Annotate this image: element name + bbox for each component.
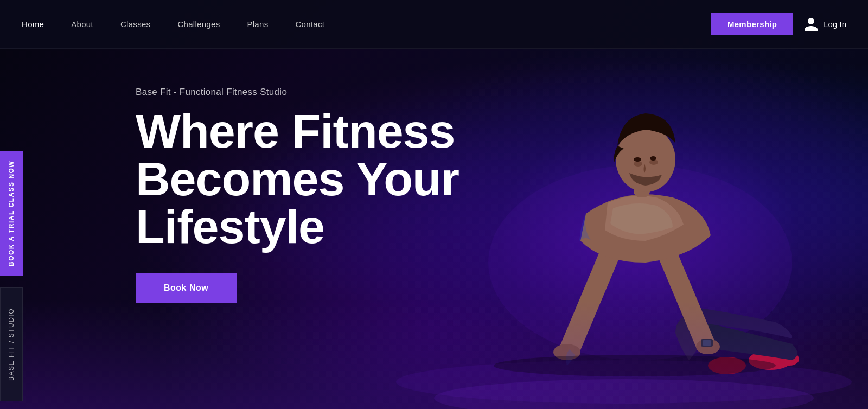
login-area[interactable]: Log In: [803, 16, 846, 33]
nav-classes[interactable]: Classes: [120, 20, 150, 29]
nav-contact[interactable]: Contact: [295, 20, 324, 29]
hero-title-line3: Lifestyle: [136, 200, 324, 253]
trial-class-tab[interactable]: Book a trial Class Now: [0, 151, 23, 276]
svg-point-17: [494, 355, 776, 376]
trial-class-label: Book a trial Class Now: [8, 160, 15, 266]
book-now-button[interactable]: Book Now: [136, 273, 237, 303]
account-icon: [803, 16, 819, 33]
login-text[interactable]: Log In: [824, 20, 846, 29]
hero-content: Base Fit - Functional Fitness Studio Whe…: [136, 87, 459, 303]
hero-subtitle: Base Fit - Functional Fitness Studio: [136, 87, 459, 98]
nav-home[interactable]: Home: [22, 20, 44, 29]
navbar: Home About Classes Challenges Plans Cont…: [0, 0, 868, 49]
svg-point-14: [650, 156, 656, 161]
hero-title-line2: Becomes Your: [136, 152, 459, 206]
hero-title-line1: Where Fitness: [136, 104, 455, 158]
studio-label: Base Fit / Studio: [8, 308, 15, 381]
hero-title: Where Fitness Becomes Your Lifestyle: [136, 107, 459, 251]
nav-right: Membership Log In: [711, 13, 846, 35]
nav-challenges[interactable]: Challenges: [177, 20, 220, 29]
hero-section: Base Fit - Functional Fitness Studio Whe…: [0, 0, 868, 409]
membership-button[interactable]: Membership: [711, 13, 793, 35]
nav-links: Home About Classes Challenges Plans Cont…: [22, 20, 711, 29]
svg-rect-16: [703, 340, 711, 346]
nav-about[interactable]: About: [71, 20, 93, 29]
nav-plans[interactable]: Plans: [247, 20, 268, 29]
svg-point-13: [634, 157, 641, 162]
studio-tab[interactable]: Base Fit / Studio: [0, 287, 23, 401]
svg-point-11: [634, 161, 642, 167]
